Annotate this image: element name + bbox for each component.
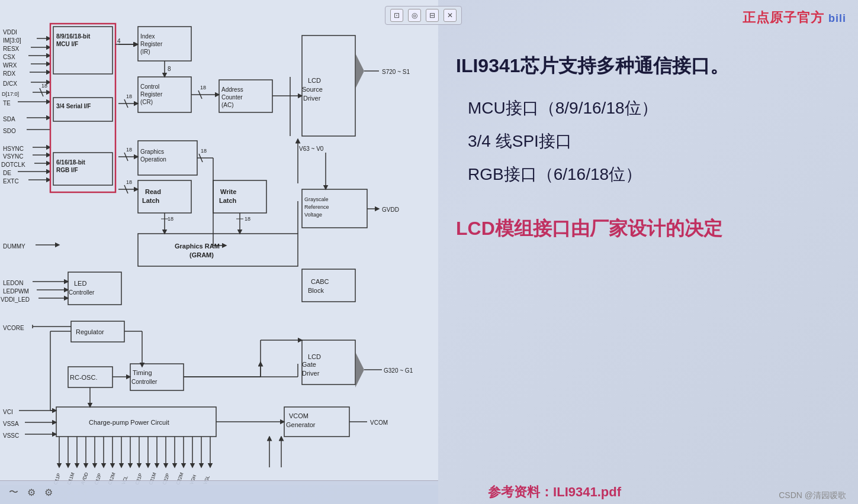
svg-text:(GRAM): (GRAM) [189,251,214,259]
svg-text:Charge-pump Power Circuit: Charge-pump Power Circuit [89,419,169,426]
svg-text:VCI: VCI [3,409,13,415]
svg-text:CABC: CABC [311,278,329,285]
svg-text:Source: Source [302,86,323,93]
svg-text:IM[3:0]: IM[3:0] [3,37,21,44]
svg-text:18: 18 [200,85,206,91]
svg-text:Timing: Timing [133,369,152,376]
svg-text:EXTC: EXTC [3,178,19,185]
svg-text:Index: Index [140,33,155,40]
ref-text: 参考资料：ILI9341.pdf [488,484,621,499]
svg-text:Regulator: Regulator [76,328,104,335]
svg-text:MCU I/F: MCU I/F [56,41,78,47]
svg-text:Control: Control [140,83,159,90]
svg-text:3/4 Serial I/F: 3/4 Serial I/F [56,103,91,109]
platform-name: bili [828,12,846,24]
reference-label: 参考资料：ILI9341.pdf [488,483,621,501]
svg-text:Driver: Driver [302,370,320,377]
text-panel: 正点原子官方 bili ILI9341芯片支持多种通信接口。 MCU接口（8/9… [438,0,858,504]
highlight-text: LCD模组接口由厂家设计的决定 [456,215,840,242]
svg-text:LCD: LCD [308,353,321,360]
svg-text:VCORE: VCORE [3,325,24,331]
svg-text:Gate: Gate [302,361,316,368]
item-mcu: MCU接口（8/9/16/18位） [456,97,840,119]
svg-text:DE: DE [3,170,11,176]
svg-text:RDX: RDX [3,70,15,77]
svg-text:S720 ~ S1: S720 ~ S1 [382,69,410,75]
svg-text:LCD: LCD [308,77,321,84]
svg-text:Voltage: Voltage [304,212,322,218]
svg-text:VSYNC: VSYNC [3,153,23,160]
svg-text:VDDI: VDDI [3,29,17,35]
svg-text:GVDD: GVDD [382,206,399,213]
svg-text:(AC): (AC) [221,102,234,108]
svg-text:VDDI_LED: VDDI_LED [1,296,30,303]
diagram-area: VDDI IM[3:0] RESX CSX WRX RDX D/CX D[17:… [0,0,438,485]
svg-text:HSYNC: HSYNC [3,146,24,152]
svg-text:18: 18 [245,216,250,222]
svg-text:18: 18 [126,147,132,153]
svg-text:Controller: Controller [131,379,158,385]
svg-text:VSSA: VSSA [3,421,19,427]
svg-text:18: 18 [126,93,132,99]
panel-title: ILI9341芯片支持多种通信接口。 [456,53,840,79]
gear-icon[interactable]: ⚙ [44,487,53,498]
svg-text:RGB I/F: RGB I/F [56,167,78,173]
save-button[interactable]: ⊟ [426,9,439,22]
svg-text:CSX: CSX [3,54,15,60]
svg-text:Graphics RAM: Graphics RAM [175,243,220,250]
svg-text:18: 18 [41,83,47,89]
svg-text:Latch: Latch [142,197,160,204]
svg-text:V63 ~ V0: V63 ~ V0 [299,146,324,152]
svg-text:SDA: SDA [3,116,15,122]
svg-text:18: 18 [168,216,173,222]
restore-button[interactable]: ⊡ [390,9,403,22]
main-container: ⊡ ◎ ⊟ ✕ VDDI IM[3:0] RESX CSX WRX RDX D/… [0,0,858,504]
svg-text:LEDPWM: LEDPWM [3,288,29,295]
svg-text:VCOM: VCOM [289,412,309,419]
svg-text:6/16/18-bit: 6/16/18-bit [56,159,86,166]
brand-logo: 正点原子官方 bili [743,9,846,27]
svg-text:18: 18 [126,179,132,185]
svg-text:8: 8 [168,66,171,72]
svg-text:8/9/16/18-bit: 8/9/16/18-bit [56,33,91,40]
svg-text:G320 ~ G1: G320 ~ G1 [384,367,413,374]
window-controls: ⊡ ◎ ⊟ ✕ [385,6,462,25]
svg-text:WRX: WRX [3,62,17,69]
item-spi: 3/4 线SPI接口 [456,130,840,153]
svg-text:Grayscale: Grayscale [304,196,329,202]
svg-text:RESX: RESX [3,46,20,52]
svg-text:Counter: Counter [221,94,243,101]
svg-text:DUMMY: DUMMY [3,243,25,250]
svg-text:LED: LED [74,280,86,287]
svg-text:(CR): (CR) [140,99,153,105]
svg-text:Register: Register [140,41,163,47]
svg-text:Latch: Latch [219,197,237,204]
svg-text:Graphics: Graphics [140,148,164,155]
svg-text:D[17:0]: D[17:0] [2,91,19,97]
wave-icon[interactable]: 〜 [9,486,18,499]
svg-text:Read: Read [145,188,161,195]
svg-text:Address: Address [221,86,243,93]
item-rgb: RGB接口（6/16/18位） [456,163,840,186]
svg-text:Reference: Reference [304,204,329,210]
svg-text:(IR): (IR) [140,49,150,55]
bottom-icons: 〜 ⚙ ⚙ [9,486,53,499]
svg-text:18: 18 [201,148,207,154]
svg-text:TE: TE [3,100,11,106]
svg-text:Block: Block [308,287,324,294]
svg-text:VCOM: VCOM [370,419,388,426]
svg-text:SDO: SDO [3,128,16,134]
svg-text:Write: Write [220,188,236,195]
svg-text:Generator: Generator [286,421,316,428]
svg-text:LEDON: LEDON [3,280,23,286]
settings-icon[interactable]: ⚙ [27,487,36,498]
svg-text:Controller: Controller [69,289,95,296]
svg-text:4: 4 [117,38,121,44]
bottom-toolbar: 〜 ⚙ ⚙ [0,480,438,504]
svg-text:Register: Register [140,91,163,98]
csdn-label: CSDN @清园嗳歌 [779,490,846,501]
svg-text:DOTCLK: DOTCLK [1,161,25,168]
camera-button[interactable]: ◎ [408,9,421,22]
close-button[interactable]: ✕ [444,9,457,22]
block-diagram-svg: VDDI IM[3:0] RESX CSX WRX RDX D/CX D[17:… [0,0,438,485]
